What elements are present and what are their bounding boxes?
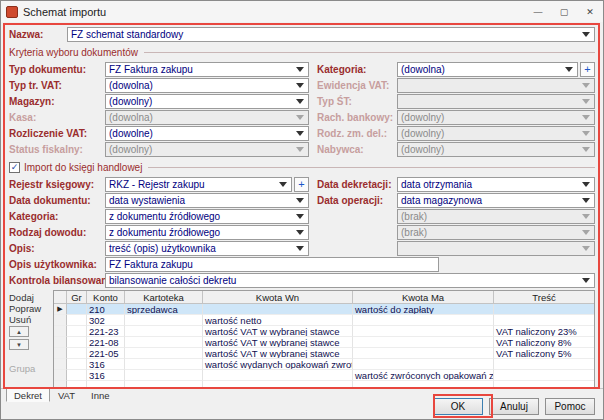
column-header-kwota-ma: Kwota Ma — [353, 291, 494, 304]
help-button[interactable]: Pomoc — [545, 398, 595, 415]
cell-tresc — [494, 315, 594, 326]
rozliczenie-vat-value: (dowolne) — [109, 128, 153, 139]
opis-uzytkownika-input[interactable]: FZ Faktura zakupu — [105, 257, 439, 272]
cell-empty — [87, 381, 125, 388]
chevron-down-icon — [279, 182, 287, 187]
chevron-down-icon — [565, 67, 573, 72]
table-row[interactable]: ▶ 210 sprzedawca wartość do zapłaty — [54, 304, 594, 315]
criteria-section-header: Kryteria wyboru dokumentów — [9, 46, 595, 58]
tab-inne[interactable]: Inne — [83, 388, 118, 402]
chevron-down-icon — [296, 147, 304, 152]
table-row[interactable]: 221-05 wartość VAT w wybranej stawce VAT… — [54, 348, 594, 359]
cell-konto: 302 — [87, 315, 125, 326]
typ-dokumentu-select[interactable]: FZ Faktura zakupu — [105, 62, 309, 77]
opis-secondary-select — [397, 241, 595, 256]
window-title: Schemat importu — [23, 6, 106, 18]
rozliczenie-vat-label: Rozliczenie VAT: — [9, 128, 105, 139]
cell-kwota-ma: wartość zwróconych opakowań zwrotnych — [353, 370, 494, 381]
table-row[interactable]: 316 wartość zwróconych opakowań zwrotnyc… — [54, 370, 594, 381]
cell-konto: 221-23 — [87, 326, 125, 337]
table-row[interactable]: 221-08 wartość VAT w wybranej stawce VAT… — [54, 337, 594, 348]
cell-gr — [67, 315, 87, 326]
kasa-value: (dowolna) — [109, 112, 153, 123]
cell-gr — [67, 304, 87, 315]
cell-tresc: VAT naliczony 23% — [494, 326, 594, 337]
table-row[interactable]: 316 wartość wydanych opakowań zwrotnych — [54, 359, 594, 370]
edit-row-button[interactable]: Popraw — [9, 303, 51, 314]
cell-kartoteka — [125, 326, 203, 337]
data-operacji-select[interactable]: data magazynowa — [397, 193, 595, 208]
tab-vat[interactable]: VAT — [50, 388, 83, 402]
criteria-section-title: Kryteria wyboru dokumentów — [9, 47, 138, 58]
move-up-button[interactable]: ▲ — [9, 326, 29, 337]
kategoria-dekretu-select[interactable]: z dokumentu źródłowego — [105, 209, 309, 224]
kategoria-label: Kategoria: — [317, 64, 397, 75]
add-row-button[interactable]: Dodaj — [9, 292, 51, 303]
column-header-selector — [54, 291, 67, 304]
cell-gr — [67, 337, 87, 348]
chevron-down-icon — [296, 198, 304, 203]
table-side-buttons: Dodaj Popraw Usuń ▲ ▼ Grupa — [9, 290, 51, 388]
kontrola-bilansowania-select[interactable]: bilansowanie całości dekretu — [105, 273, 595, 288]
chevron-down-icon — [582, 115, 590, 120]
row-selector — [54, 381, 67, 388]
arrow-down-icon: ▼ — [16, 342, 22, 348]
row-selector — [54, 359, 67, 370]
cell-kwota-wn — [203, 370, 353, 381]
name-select[interactable]: FZ schemat standardowy — [67, 27, 595, 42]
cell-kartoteka — [125, 337, 203, 348]
rach-bankowy-value: (dowolny) — [401, 112, 444, 123]
add-kategoria-button[interactable]: + — [580, 62, 595, 77]
rejestr-ksiegowy-value: RKZ - Rejestr zakupu — [109, 179, 205, 190]
maximize-button[interactable]: ▢ — [551, 1, 577, 22]
row-selector — [54, 370, 67, 381]
import-ksiega-checkbox[interactable]: ✓ — [9, 162, 20, 173]
cell-konto: 316 — [87, 359, 125, 370]
column-header-konto: Konto — [87, 291, 125, 304]
kategoria-secondary-value: (brak) — [401, 211, 427, 222]
group-button: Grupa — [9, 363, 51, 374]
chevron-down-icon — [582, 83, 590, 88]
cell-gr — [67, 348, 87, 359]
table-row[interactable]: 302 wartość netto — [54, 315, 594, 326]
tab-dekret[interactable]: Dekret — [6, 388, 50, 402]
add-rejestr-button[interactable]: + — [294, 177, 309, 192]
minimize-button[interactable]: — — [525, 1, 551, 22]
row-selector — [54, 337, 67, 348]
table-row[interactable]: 221-23 wartość VAT w wybranej stawce VAT… — [54, 326, 594, 337]
cell-empty — [494, 381, 594, 388]
bottom-tabs: Dekret VAT Inne — [6, 388, 118, 402]
decree-table[interactable]: Gr Konto Kartoteka Kwota Wn Kwota Ma Tre… — [53, 290, 595, 388]
name-label: Nazwa: — [9, 29, 67, 40]
magazyn-select[interactable]: (dowolny) — [105, 94, 309, 109]
rejestr-ksiegowy-select[interactable]: RKZ - Rejestr zakupu — [105, 177, 292, 192]
typ-dokumentu-value: FZ Faktura zakupu — [109, 64, 193, 75]
row-selector — [54, 315, 67, 326]
chevron-down-icon — [582, 147, 590, 152]
cell-kwota-wn: wartość wydanych opakowań zwrotnych — [203, 359, 353, 370]
rozliczenie-vat-select[interactable]: (dowolne) — [105, 126, 309, 141]
book-section-header: ✓ Import do księgi handlowej — [9, 160, 595, 174]
rodzaj-dowodu-select[interactable]: z dokumentu źródłowego — [105, 225, 309, 240]
cell-kartoteka — [125, 370, 203, 381]
delete-row-button[interactable]: Usuń — [9, 314, 51, 325]
cell-tresc — [494, 304, 594, 315]
data-dokumentu-select[interactable]: data wystawienia — [105, 193, 309, 208]
kategoria-select[interactable]: (dowolna) — [397, 62, 578, 77]
kasa-label: Kasa: — [9, 112, 105, 123]
rodz-zm-del-select: (dowolny) — [397, 126, 595, 141]
typ-tr-vat-select[interactable]: (dowolna) — [105, 78, 309, 93]
plus-icon: + — [584, 63, 590, 75]
close-button[interactable]: ✕ — [577, 1, 603, 22]
table-empty-area — [54, 381, 594, 388]
magazyn-label: Magazyn: — [9, 96, 105, 107]
cancel-button[interactable]: Anuluj — [489, 398, 539, 415]
rejestr-ksiegowy-label: Rejestr księgowy: — [9, 179, 105, 190]
ok-button[interactable]: OK — [433, 398, 483, 415]
column-header-kwota-wn: Kwota Wn — [203, 291, 353, 304]
opis-select[interactable]: treść (opis) użytkownika — [105, 241, 309, 256]
status-fiskalny-value: (dowolny) — [109, 144, 152, 155]
data-dekretacji-select[interactable]: data otrzymania — [397, 177, 595, 192]
bottom-bar: Dekret VAT Inne OK Anuluj Pomoc — [1, 388, 603, 420]
move-down-button[interactable]: ▼ — [9, 339, 29, 350]
